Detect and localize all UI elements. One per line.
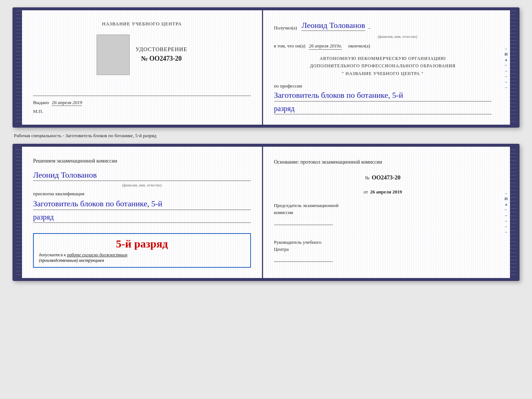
school-name-top: НАЗВАНИЕ УЧЕБНОГО ЦЕНТРА <box>33 21 251 27</box>
date-value: 26 апреля 2019 <box>370 187 402 197</box>
top-document: НАЗВАНИЕ УЧЕБНОГО ЦЕНТРА УДОСТОВЕРЕНИЕ №… <box>12 7 520 128</box>
received-label: Получил(а) <box>274 25 297 31</box>
chairman-line2: комиссии <box>274 210 294 215</box>
protocol-no-prefix: № <box>365 173 369 183</box>
head-label: Руководитель учебного Центра <box>274 239 492 253</box>
org-line3: " НАЗВАНИЕ УЧЕБНОГО ЦЕНТРА " <box>274 70 492 77</box>
photo-placeholder <box>97 35 130 75</box>
protocol-no: OO2473-20 <box>372 172 400 184</box>
head-line2: Центра <box>274 246 289 252</box>
confirmed-date: 26 апреля 2019г. <box>309 43 342 50</box>
org-line1: АВТОНОМНУЮ НЕКОММЕРЧЕСКУЮ ОРГАНИЗАЦИЮ <box>274 55 492 62</box>
chairman-label: Председатель экзаменационной комиссии <box>274 202 492 216</box>
decision-label: Решением экзаменационной комиссии <box>33 158 117 164</box>
stamp-sub: допускается к работе согласно должностны… <box>39 252 245 258</box>
stamp-title: 5-й разряд <box>39 238 245 250</box>
qualification: Заготовитель блоков по ботанике, 5-й <box>33 199 162 208</box>
bottom-right-deco: – И а ← – – – – <box>504 191 508 234</box>
basis-section: Основание: протокол экзаменационной коми… <box>274 157 492 265</box>
confirmed-label: в том, что он(а) <box>274 43 306 49</box>
issued-date: 26 апреля 2019 <box>52 100 82 106</box>
person-name-top: Леонид Толованов <box>302 21 365 30</box>
profession-label: по профессии <box>274 83 302 89</box>
cert-label: УДОСТОВЕРЕНИЕ <box>136 46 187 53</box>
top-doc-left-panel: НАЗВАНИЕ УЧЕБНОГО ЦЕНТРА УДОСТОВЕРЕНИЕ №… <box>22 10 263 125</box>
stamp-italic-text: (производственным) инструкциям <box>39 258 245 263</box>
bottom-doc-right-panel: Основание: протокол экзаменационной коми… <box>263 147 510 278</box>
stamp-prefix: допускается к <box>39 252 67 257</box>
date-prefix: от <box>363 187 368 197</box>
head-line1: Руководитель учебного <box>274 239 321 245</box>
issued-label: Выдано <box>33 100 49 105</box>
bottom-doc-left-panel: Решением экзаменационной комиссии Леонид… <box>22 147 263 278</box>
head-signature-line <box>274 253 333 262</box>
basis-label: Основание: протокол экзаменационной коми… <box>274 157 492 167</box>
bottom-right-spine <box>510 147 517 278</box>
org-line2: ДОПОЛНИТЕЛЬНОГО ПРОФЕССИОНАЛЬНОГО ОБРАЗО… <box>274 62 492 70</box>
bottom-document: Решением экзаменационной комиссии Леонид… <box>12 144 520 281</box>
fio-sub-top: (фамилия, имя, отчество) <box>303 34 492 39</box>
rank-text-top: разряд <box>274 104 295 113</box>
left-spine-strip <box>15 10 22 125</box>
stamp-box: 5-й разряд допускается к работе согласно… <box>33 233 251 268</box>
right-spine-strip <box>510 10 517 125</box>
person-name-bottom: Леонид Толованов <box>33 170 97 179</box>
rank-text-bottom: разряд <box>33 213 54 221</box>
right-deco: – И а ← – – – – <box>504 46 508 89</box>
finished-label: окончил(а) <box>348 43 370 49</box>
chairman-signature-line <box>274 216 333 225</box>
cert-number: № OO2473-20 <box>136 55 187 63</box>
page-container: НАЗВАНИЕ УЧЕБНОГО ЦЕНТРА УДОСТОВЕРЕНИЕ №… <box>12 7 520 281</box>
dash-1: – <box>368 25 371 31</box>
fio-sub-bottom: (фамилия, имя, отчество) <box>33 182 251 187</box>
top-doc-right-panel: Получил(а) Леонид Толованов – (фамилия, … <box>263 10 510 125</box>
bottom-left-spine <box>15 147 22 278</box>
chairman-line1: Председатель экзаменационной <box>274 203 339 208</box>
stamp-underline-text: работе согласно должностным <box>67 252 127 257</box>
assigned-label: присвоена квалификация <box>33 191 84 196</box>
specialty-label: Рабочая специальность - Заготовитель бло… <box>14 132 518 139</box>
mp-label: М.П. <box>33 108 251 114</box>
profession-name: Заготовитель блоков по ботанике, 5-й <box>274 90 403 100</box>
